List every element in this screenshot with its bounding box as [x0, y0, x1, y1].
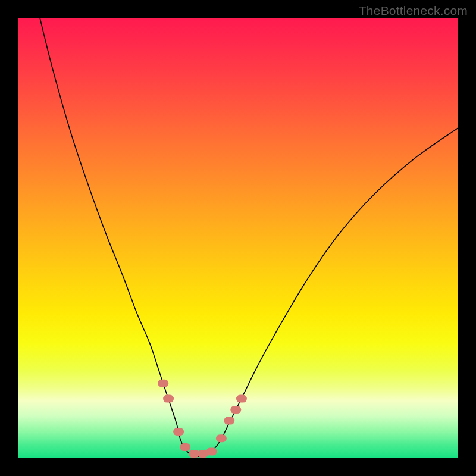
highlight-point	[206, 447, 217, 455]
watermark-text: TheBottleneck.com	[359, 4, 468, 18]
highlight-point	[216, 434, 227, 442]
highlight-point	[236, 395, 247, 403]
plot-area	[18, 18, 458, 458]
highlight-point	[163, 395, 174, 403]
highlight-point	[158, 380, 168, 387]
chart-frame: TheBottleneck.com	[0, 0, 476, 476]
highlight-point	[230, 406, 241, 414]
highlight-point	[224, 417, 234, 425]
highlight-point	[180, 443, 190, 451]
gradient-background	[18, 18, 458, 458]
highlight-point	[173, 428, 184, 436]
bottleneck-chart	[18, 18, 458, 458]
